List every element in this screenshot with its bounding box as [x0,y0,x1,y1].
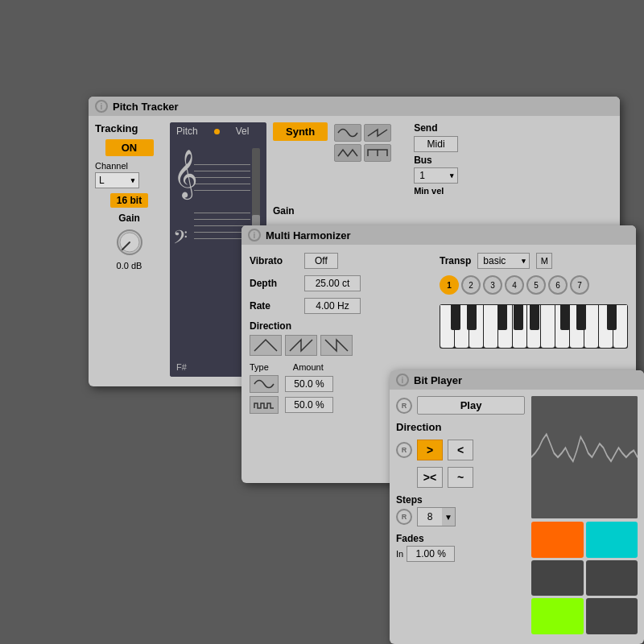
steps-value: 8 [418,510,442,524]
dir-wave-sawtooth-button[interactable] [285,335,317,356]
white-key-g2[interactable] [599,305,613,348]
pad-lime-1[interactable] [531,598,584,634]
steps-row: R 8 ▼ [396,507,525,526]
amount-header: Amount [293,362,324,372]
multi-harmonizer-titlebar: i Multi Harmonizer [242,225,636,245]
pad-cyan-1[interactable] [586,522,638,558]
bit-player-panel: i Bit Player R Play Direction R > < >< ~ [390,370,644,644]
white-key-b[interactable] [527,305,541,348]
bit-player-info-icon[interactable]: i [396,374,409,386]
steps-down-arrow[interactable]: ▼ [442,508,455,526]
white-key-g[interactable] [498,305,512,348]
type-sine-value: 50.0 % [285,376,333,392]
white-key-a[interactable] [513,305,526,348]
transp-value[interactable]: basic [477,253,530,269]
type-pulse-wave[interactable] [250,396,279,414]
fades-label: Fades [396,533,525,544]
midi-box: Midi [414,136,458,152]
rate-label: Rate [250,300,298,312]
direction-r-badge[interactable]: R [396,442,412,458]
voice-circle-5[interactable]: 5 [526,275,546,295]
steps-stepper[interactable]: 8 ▼ [417,507,456,526]
type-sine-wave[interactable] [250,375,279,393]
play-button[interactable]: Play [417,396,525,415]
gain-value: 0.0 dB [117,261,142,270]
white-key-d[interactable] [455,305,469,348]
pitch-header-label: Pitch [176,126,198,137]
vibrato-button[interactable]: Off [304,253,338,269]
vibrato-label: Vibrato [250,255,298,266]
direction-section-label: Direction [396,421,525,433]
rate-row: Rate 4.00 Hz [250,298,427,314]
transp-label: Transp [440,255,471,266]
white-key-d2[interactable] [555,305,569,348]
depth-row: Depth 25.00 ct [250,275,427,291]
fades-in-value: 1.00 % [407,546,455,562]
sawtooth-wave-button[interactable] [364,124,391,142]
multi-harmonizer-info-icon[interactable]: i [248,229,261,242]
white-key-f2[interactable] [584,305,598,348]
steps-r-badge[interactable]: R [396,509,412,525]
pads-grid [531,522,638,634]
bus-select-wrapper: 1 ▼ [414,167,458,184]
white-key-e[interactable] [469,305,483,348]
direction-waves [250,335,427,356]
transp-row: Transp basic ▼ M [440,253,628,269]
pitch-dot [214,129,220,134]
waveform-svg [531,396,638,518]
sine-wave-button[interactable] [334,124,361,142]
voice-circles: 1 2 3 4 5 6 7 [440,275,628,295]
waveform-grid [334,124,391,162]
synth-button[interactable]: Synth [273,122,328,141]
tracking-label: Tracking [95,122,138,134]
white-key-c2[interactable] [541,305,555,348]
tracking-on-button[interactable]: ON [105,139,154,156]
rate-value[interactable]: 4.00 Hz [304,298,361,314]
depth-value[interactable]: 25.00 ct [304,275,361,291]
m-button[interactable]: M [536,253,552,269]
pad-orange-1[interactable] [531,522,584,558]
pitch-tracker-title: Pitch Tracker [113,101,179,113]
channel-select-wrapper: L R 1 2 ▼ [95,172,139,188]
white-key-e2[interactable] [570,305,584,348]
gain-label: Gain [118,213,140,224]
treble-clef: 𝄞 [173,153,198,195]
triangle-wave-button[interactable] [334,144,361,162]
gain-knob[interactable] [114,227,145,258]
channel-select[interactable]: L R 1 2 [95,172,139,188]
type-pulse-value: 50.0 % [285,397,333,413]
voice-circle-2[interactable]: 2 [461,275,481,295]
min-vel-label: Min vel [414,186,458,196]
white-key-a2[interactable] [613,305,627,348]
direction-row-1: R > < [396,440,525,460]
direction-random-button[interactable]: ~ [448,467,473,488]
voice-circle-3[interactable]: 3 [483,275,502,295]
white-keys [440,304,628,349]
note-label: F# [176,362,187,372]
white-key-c[interactable] [440,305,454,348]
play-r-badge[interactable]: R [396,398,412,414]
bit-label: 16 bit [110,193,148,208]
voice-circle-6[interactable]: 6 [548,275,568,295]
play-row: R Play [396,396,525,415]
pad-dark-3[interactable] [586,598,638,634]
direction-forward-button[interactable]: > [417,440,443,460]
dir-wave-reverse-sawtooth-button[interactable] [320,335,353,356]
pad-dark-2[interactable] [586,560,638,597]
direction-backward-button[interactable]: < [448,440,473,460]
voice-circle-1[interactable]: 1 [440,275,459,295]
bus-value[interactable]: 1 [414,167,458,184]
send-label: Send [414,122,458,134]
direction-label: Direction [250,320,427,332]
voice-circle-4[interactable]: 4 [505,275,524,295]
dir-wave-triangle-button[interactable] [250,335,282,356]
piano-keyboard[interactable] [440,304,628,349]
bus-label: Bus [414,155,458,166]
voice-circle-7[interactable]: 7 [570,275,589,295]
pad-dark-1[interactable] [531,560,584,597]
pitch-tracker-info-icon[interactable]: i [95,100,108,113]
square-wave-button[interactable] [364,144,391,162]
direction-pingpong-button[interactable]: >< [417,467,443,488]
vibrato-row: Vibrato Off [250,253,427,269]
white-key-f[interactable] [484,305,497,348]
